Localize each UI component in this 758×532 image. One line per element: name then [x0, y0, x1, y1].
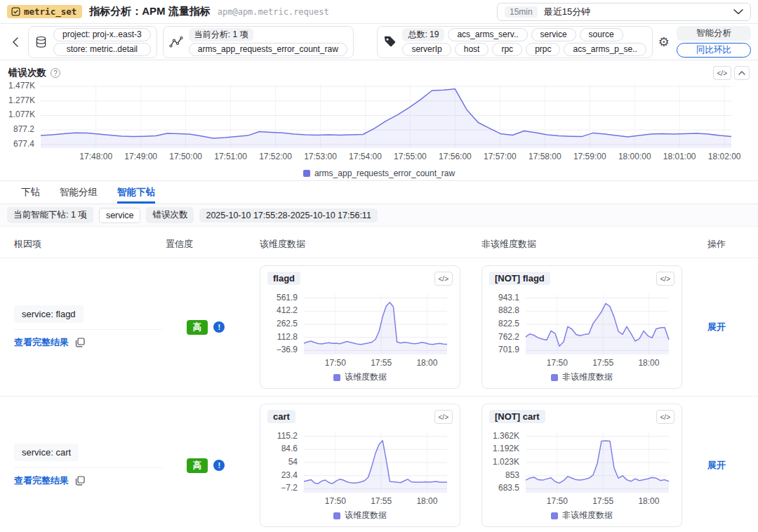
- toolbar: project: proj-x..east-3 store: metric..d…: [0, 24, 758, 60]
- divider: [14, 329, 163, 330]
- copy-icon[interactable]: [75, 338, 85, 347]
- settings-gear-icon[interactable]: ⚙: [658, 36, 670, 48]
- table-row: service: flagd 查看完整结果 高 ! flagd </> 17:5…: [0, 258, 758, 397]
- metric-filter-pill[interactable]: 错误次数: [146, 207, 194, 223]
- table-header: 根因项 置信度 该维度数据 非该维度数据 操作: [0, 231, 758, 258]
- info-icon[interactable]: !: [213, 321, 225, 333]
- metric-name-pill[interactable]: arms_app_requests_error_count_raw: [189, 43, 347, 56]
- tab-smart-drilldown[interactable]: 智能下钻: [117, 181, 155, 204]
- not-dimension-chart-card: [NOT] cart </> 17:5017:5518:001.362K1.19…: [481, 404, 682, 527]
- not-dimension-chart: 17:5017:5518:001.362K1.192K1.023K853683.…: [489, 428, 674, 522]
- ai-analysis-button[interactable]: 智能分析: [677, 26, 751, 41]
- page-title: 指标分析：APM 流量指标: [89, 5, 211, 18]
- code-icon[interactable]: </>: [434, 272, 453, 286]
- datasource-group: project: proj-x..east-3 store: metric..d…: [28, 26, 157, 58]
- col-actions: 操作: [695, 238, 758, 251]
- compare-button[interactable]: 同比环比: [677, 43, 751, 58]
- chart-legend: 该维度数据: [267, 510, 453, 521]
- copy-icon[interactable]: [75, 476, 85, 486]
- time-range-badge: 15min: [505, 6, 538, 18]
- analysis-group: 当前分析: 1 项 arms_app_requests_error_count_…: [163, 26, 354, 58]
- top-bar: metric_set 指标分析：APM 流量指标 apm@apm.metric.…: [0, 0, 758, 24]
- collapse-icon[interactable]: [734, 66, 750, 80]
- card-title: flagd: [267, 272, 300, 285]
- expand-link[interactable]: 展开: [707, 459, 726, 472]
- time-range-label: 最近15分钟: [544, 6, 590, 18]
- tag-icon: [383, 35, 397, 48]
- dimension-chart: 17:5017:5518:00115.284.65423.4−7.2该维度数据: [267, 428, 453, 522]
- dimension-chart-card: flagd </> 17:5017:5518:00561.9412.2262.5…: [260, 265, 460, 389]
- tag-pill[interactable]: source: [580, 28, 623, 41]
- metric-set-label: metric_set: [24, 6, 77, 17]
- analysis-count-pill: 当前分析: 1 项: [189, 28, 254, 41]
- drilldown-count-pill: 当前智能下钻: 1 项: [7, 207, 93, 223]
- tag-pill[interactable]: acs_arms_serv..: [448, 28, 527, 41]
- checkbox-icon: [11, 7, 20, 16]
- help-icon[interactable]: ?: [51, 68, 60, 78]
- store-pill[interactable]: store: metric..detail: [53, 43, 151, 56]
- not-dimension-chart: 17:5017:5518:00943.1882.8822.5762.2701.9…: [489, 290, 674, 384]
- tab-smart-grouping[interactable]: 智能分组: [60, 181, 98, 204]
- back-button[interactable]: [7, 34, 22, 50]
- chart-title: 错误次数: [8, 67, 46, 79]
- chart-legend: 非该维度数据: [489, 371, 674, 383]
- chevron-left-icon: [12, 37, 18, 47]
- tags-group: 总数: 19 acs_arms_serv.. service source se…: [377, 26, 652, 58]
- dimension-chart-card: cart </> 17:5017:5518:00115.284.65423.4−…: [260, 404, 460, 527]
- view-full-result-link[interactable]: 查看完整结果: [14, 336, 69, 349]
- tag-pill[interactable]: acs_arms_p_se..: [564, 43, 646, 56]
- info-icon[interactable]: !: [213, 460, 225, 471]
- code-icon[interactable]: </>: [713, 66, 731, 80]
- table-row: service: cart 查看完整结果 高 ! cart </> 17:501…: [0, 397, 758, 532]
- tab-bar: 下钻 智能分组 智能下钻: [0, 181, 758, 204]
- tab-drilldown[interactable]: 下钻: [21, 181, 40, 204]
- chart-legend: 非该维度数据: [489, 510, 674, 521]
- time-range-select[interactable]: 15min 最近15分钟: [497, 3, 751, 21]
- col-dimension-data: 该维度数据: [246, 238, 477, 251]
- chart-legend: arms_app_requests_error_count_raw: [8, 168, 750, 178]
- project-pill[interactable]: project: proj-x..east-3: [53, 28, 151, 41]
- not-dimension-chart-card: [NOT] flagd </> 17:5017:5518:00943.1882.…: [481, 265, 682, 389]
- code-icon[interactable]: </>: [434, 410, 453, 424]
- filter-bar: 当前智能下钻: 1 项 service 错误次数 2025-10-10 17:5…: [0, 204, 758, 227]
- dimension-chart: 17:5017:5518:00561.9412.2262.5112.8−36.9…: [267, 290, 453, 384]
- tag-pill[interactable]: prpc: [526, 43, 560, 56]
- col-confidence: 置信度: [166, 238, 246, 251]
- col-not-dimension-data: 非该维度数据: [477, 238, 695, 251]
- dimension-pill[interactable]: service: [99, 208, 141, 223]
- root-cause-pill: service: flagd: [14, 305, 84, 323]
- divider: [14, 467, 163, 468]
- card-title: [NOT] flagd: [489, 272, 550, 285]
- page-subtitle: apm@apm.metric.request: [218, 7, 329, 17]
- tag-pill[interactable]: rpc: [492, 43, 522, 56]
- confidence-badge: 高: [187, 320, 208, 335]
- tag-pill[interactable]: host: [455, 43, 489, 56]
- database-icon: [34, 35, 48, 49]
- code-icon[interactable]: </>: [656, 272, 674, 286]
- code-icon[interactable]: </>: [656, 410, 674, 424]
- main-chart-panel: 错误次数 ? </> 17:48:0017:49:0017:50:0017:51…: [0, 60, 758, 181]
- metric-set-badge[interactable]: metric_set: [7, 5, 82, 18]
- chevron-down-icon: [733, 9, 743, 15]
- confidence-badge: 高: [187, 458, 208, 473]
- card-title: cart: [267, 410, 295, 423]
- chart-legend: 该维度数据: [267, 371, 453, 383]
- card-title: [NOT] cart: [489, 410, 545, 423]
- view-full-result-link[interactable]: 查看完整结果: [14, 474, 69, 487]
- tag-pill[interactable]: service: [531, 28, 576, 41]
- col-root-cause: 根因项: [0, 238, 166, 251]
- expand-link[interactable]: 展开: [707, 321, 726, 333]
- tag-pill[interactable]: serverIp: [402, 43, 451, 56]
- root-cause-pill: service: cart: [14, 444, 79, 461]
- time-window-pill[interactable]: 2025-10-10 17:55:28-2025-10-10 17:56:11: [199, 208, 377, 222]
- main-chart: 17:48:0017:49:0017:50:0017:51:0017:52:00…: [8, 81, 750, 179]
- tag-count-pill: 总数: 19: [402, 28, 444, 41]
- line-chart-icon: [169, 36, 183, 48]
